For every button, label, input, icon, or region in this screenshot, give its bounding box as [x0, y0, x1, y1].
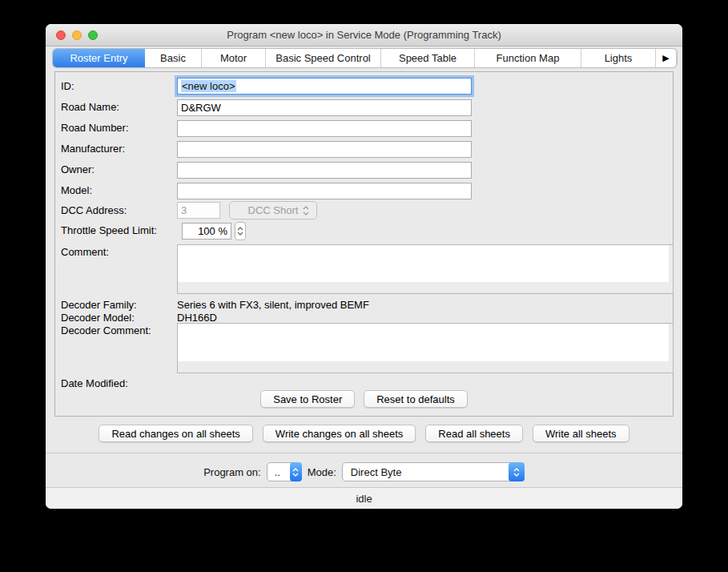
- tab-bar: Roster Entry Basic Motor Basic Speed Con…: [53, 49, 677, 67]
- read-changes-all-sheets-button[interactable]: Read changes on all sheets: [99, 425, 252, 442]
- app-window: Program <new loco> in Service Mode (Prog…: [46, 24, 682, 509]
- tab-basic-speed-control[interactable]: Basic Speed Control: [266, 49, 381, 67]
- combo-accent-cap: [509, 462, 525, 481]
- vertical-scrollbar-track: [669, 245, 673, 293]
- status-bar: idle: [46, 488, 682, 509]
- mode-select[interactable]: Direct Byte: [342, 462, 525, 481]
- write-all-sheets-button[interactable]: Write all sheets: [533, 425, 629, 442]
- chevron-down-icon: [292, 473, 299, 477]
- model-input[interactable]: [177, 183, 472, 199]
- road-name-label: Road Name:: [61, 99, 119, 115]
- read-all-sheets-button[interactable]: Read all sheets: [425, 425, 523, 442]
- programmer-row: Program on: .. Mode: Direct Byte: [46, 457, 682, 486]
- zoom-button[interactable]: [88, 30, 98, 40]
- manufacturer-input[interactable]: [177, 141, 472, 158]
- id-field[interactable]: <new loco>: [177, 78, 472, 95]
- close-button[interactable]: [56, 30, 66, 40]
- comment-textarea[interactable]: [178, 245, 669, 282]
- chevron-up-down-icon: [303, 205, 309, 219]
- owner-input[interactable]: [177, 162, 472, 179]
- vertical-scrollbar-track: [669, 324, 673, 373]
- combo-accent-cap: [290, 462, 302, 481]
- comment-scrollpane: [177, 244, 674, 294]
- sheet-actions-row: Read changes on all sheets Write changes…: [46, 425, 682, 442]
- road-name-input[interactable]: [177, 99, 472, 116]
- date-modified-label: Date Modified:: [61, 376, 128, 392]
- throttle-speed-limit-input[interactable]: [182, 223, 231, 240]
- horizontal-scrollbar-track: [178, 283, 669, 293]
- write-changes-all-sheets-button[interactable]: Write changes on all sheets: [263, 425, 416, 442]
- mode-label: Mode:: [308, 466, 336, 478]
- reset-to-defaults-button[interactable]: Reset to defaults: [364, 390, 468, 408]
- model-label: Model:: [61, 183, 92, 199]
- tab-function-map[interactable]: Function Map: [475, 49, 581, 67]
- owner-label: Owner:: [61, 162, 95, 178]
- dcc-address-label: DCC Address:: [61, 203, 127, 219]
- right-arrow-icon: ▶: [662, 53, 669, 63]
- decoder-comment-scrollpane: [177, 323, 674, 373]
- chevron-down-icon: [513, 473, 520, 477]
- horizontal-scrollbar-track: [178, 362, 669, 373]
- mode-value: Direct Byte: [343, 466, 423, 478]
- tab-speed-table[interactable]: Speed Table: [381, 49, 475, 67]
- id-label: ID:: [61, 79, 74, 95]
- dcc-address-type-select[interactable]: DCC Short: [229, 201, 317, 220]
- tab-lights[interactable]: Lights: [581, 49, 656, 67]
- tab-basic[interactable]: Basic: [145, 49, 202, 67]
- status-text: idle: [356, 493, 372, 505]
- chevron-up-icon: [513, 468, 520, 472]
- save-to-roster-button[interactable]: Save to Roster: [260, 390, 355, 408]
- dcc-address-input[interactable]: [177, 202, 220, 219]
- program-on-label: Program on:: [203, 466, 261, 478]
- throttle-speed-limit-label: Throttle Speed Limit:: [61, 223, 157, 239]
- id-selected-text: <new loco>: [181, 80, 236, 92]
- program-on-select[interactable]: ..: [267, 462, 302, 481]
- decoder-comment-label: Decoder Comment:: [61, 323, 151, 339]
- manufacturer-label: Manufacturer:: [61, 141, 125, 157]
- tab-motor[interactable]: Motor: [202, 49, 266, 67]
- separator: [46, 453, 682, 453]
- chevron-up-icon: [292, 468, 299, 472]
- window-title: Program <new loco> in Service Mode (Prog…: [46, 24, 682, 46]
- program-on-value: ..: [267, 466, 280, 478]
- chevron-down-icon: [237, 232, 243, 236]
- chevron-up-icon: [237, 227, 243, 231]
- tab-scroll-right-button[interactable]: ▶: [656, 49, 677, 67]
- comment-label: Comment:: [61, 244, 109, 260]
- minimize-button[interactable]: [72, 30, 82, 40]
- road-number-label: Road Number:: [61, 120, 129, 136]
- decoder-comment-textarea[interactable]: [178, 324, 669, 361]
- roster-entry-pane: ID: <new loco> Road Name: Road Number: M…: [54, 71, 674, 417]
- tab-roster-entry[interactable]: Roster Entry: [53, 49, 145, 67]
- roster-actions-row: Save to Roster Reset to defaults: [55, 390, 673, 408]
- title-bar: Program <new loco> in Service Mode (Prog…: [46, 24, 682, 46]
- road-number-input[interactable]: [177, 120, 472, 137]
- throttle-speed-stepper[interactable]: [235, 222, 246, 240]
